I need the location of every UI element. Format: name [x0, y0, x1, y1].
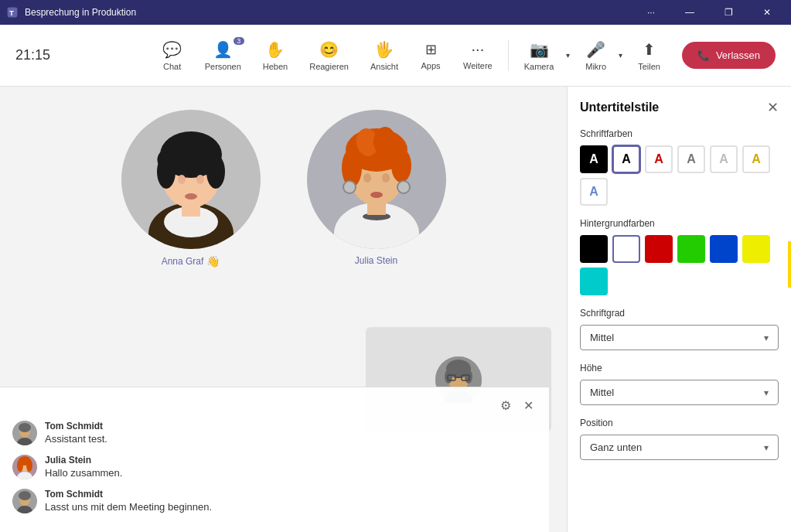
heben-icon: ✋ [265, 40, 285, 59]
chat-text-1: Assistant test. [45, 433, 107, 445]
height-dropdown[interactable]: Mittel ▾ [580, 380, 779, 405]
toolbar-personen-btn[interactable]: 👤 3 Personen [196, 36, 251, 76]
toolbar-kamera-btn[interactable]: 📷 Kamera [515, 36, 564, 76]
accent-line [788, 241, 791, 288]
participant-anna: Anna Graf 👋 [121, 110, 261, 268]
titlebar-minimize-btn[interactable]: — [672, 0, 707, 25]
personen-badge: 3 [234, 37, 244, 45]
bg-color-white[interactable] [612, 235, 640, 263]
bg-colors-swatches [580, 235, 779, 295]
toolbar-kamera-label: Kamera [524, 62, 554, 71]
font-color-yellow[interactable]: A [742, 145, 770, 173]
font-color-white[interactable]: A [612, 145, 640, 173]
toolbar-heben-btn[interactable]: ✋ Heben [254, 36, 297, 76]
chat-overlay: ⚙ ✕ Tom Schmidt Assistant test. [0, 387, 549, 532]
svg-rect-28 [367, 200, 386, 215]
weitere-icon: ··· [472, 40, 485, 58]
chat-avatar-tom1 [12, 421, 37, 445]
chat-message-3: Tom Schmidt Lasst uns mit dem Meeting be… [12, 489, 537, 513]
bg-color-black[interactable] [580, 235, 608, 263]
chat-content-3: Tom Schmidt Lasst uns mit dem Meeting be… [45, 489, 212, 513]
panel-title: Untertitelstile [580, 101, 659, 114]
phone-icon: 📞 [697, 49, 710, 61]
height-value: Mittel [590, 387, 614, 398]
tom-avatar-svg-2 [12, 489, 37, 513]
font-color-gray[interactable]: A [677, 145, 705, 173]
julia-chat-avatar-svg [12, 455, 37, 479]
toolbar-apps-label: Apps [421, 61, 440, 70]
titlebar-maximize-btn[interactable]: ❐ [711, 0, 746, 25]
position-arrow-icon: ▾ [764, 442, 769, 453]
teilen-icon: ⬆ [643, 40, 656, 59]
kamera-group: 📷 Kamera ▾ [515, 36, 574, 76]
toolbar-mikro-btn[interactable]: 🎤 Mikro [576, 36, 615, 76]
svg-point-32 [445, 370, 452, 384]
chat-sender-3: Tom Schmidt [45, 489, 212, 500]
height-label: Höhe [580, 363, 779, 373]
svg-point-24 [397, 181, 410, 193]
font-size-value: Mittel [590, 332, 614, 343]
bg-color-blue[interactable] [710, 235, 738, 263]
toolbar-chat-btn[interactable]: 💬 Chat [152, 36, 193, 76]
bg-color-cyan[interactable] [580, 268, 608, 295]
toolbar-weitere-btn[interactable]: ··· Weitere [454, 36, 502, 75]
chat-text-2: Hallo zusammen. [45, 467, 122, 479]
personen-icon: 👤 [213, 40, 233, 59]
toolbar-ansicht-btn[interactable]: 🖐 Ansicht [361, 36, 407, 76]
toolbar-teilen-btn[interactable]: ⬆ Teilen [629, 36, 670, 76]
teams-logo-icon: T [6, 6, 19, 19]
toolbar-reagieren-btn[interactable]: 😊 Reagieren [300, 36, 358, 76]
font-color-red[interactable]: A [645, 145, 673, 173]
bg-color-green[interactable] [677, 235, 705, 263]
chat-close-btn[interactable]: ✕ [520, 397, 537, 414]
bg-color-red[interactable] [645, 235, 673, 263]
wave-icon: 👋 [206, 255, 220, 268]
reagieren-icon: 😊 [319, 40, 339, 59]
panel-close-btn[interactable]: ✕ [767, 99, 779, 116]
svg-point-33 [465, 370, 472, 384]
svg-point-12 [185, 193, 197, 200]
titlebar-more-btn[interactable]: ··· [633, 0, 669, 25]
mikro-caret-icon[interactable]: ▾ [615, 48, 626, 63]
position-label: Position [580, 418, 779, 428]
toolbar-weitere-label: Weitere [463, 61, 493, 70]
chat-content-1: Tom Schmidt Assistant test. [45, 421, 107, 445]
ansicht-icon: 🖐 [374, 40, 394, 59]
chat-content-2: Julia Stein Hallo zusammen. [45, 455, 122, 479]
bg-colors-label: Hintergrundfarben [580, 218, 779, 229]
toolbar-time: 21:15 [15, 47, 50, 63]
font-color-blue[interactable]: A [580, 178, 608, 206]
mikro-group: 🎤 Mikro ▾ [576, 36, 626, 76]
height-arrow-icon: ▾ [764, 387, 769, 398]
toolbar-teilen-label: Teilen [638, 62, 660, 71]
position-dropdown[interactable]: Ganz unten ▾ [580, 435, 779, 460]
leave-label: Verlassen [716, 49, 760, 61]
chat-header: ⚙ ✕ [12, 397, 537, 414]
kamera-icon: 📷 [530, 40, 549, 59]
julia-avatar [307, 110, 446, 249]
font-color-lightgray[interactable]: A [710, 145, 738, 173]
bg-color-yellow[interactable] [742, 235, 770, 263]
svg-text:T: T [9, 9, 14, 17]
titlebar-title: Besprechung in Produktion [25, 7, 136, 18]
svg-rect-13 [182, 201, 200, 217]
leave-button[interactable]: 📞 Verlassen [682, 42, 776, 69]
chat-message-1: Tom Schmidt Assistant test. [12, 421, 537, 445]
font-color-black[interactable]: A [580, 145, 608, 173]
font-size-dropdown[interactable]: Mittel ▾ [580, 325, 779, 350]
panel-header: Untertitelstile ✕ [580, 99, 779, 116]
toolbar-apps-btn[interactable]: ⊞ Apps [411, 36, 451, 75]
svg-point-45 [17, 459, 23, 472]
chat-settings-btn[interactable]: ⚙ [497, 397, 514, 414]
chat-icon: 💬 [162, 40, 182, 59]
svg-point-8 [206, 155, 225, 189]
svg-point-26 [382, 173, 390, 182]
font-size-arrow-icon: ▾ [764, 332, 769, 343]
font-size-label: Schriftgrad [580, 308, 779, 319]
kamera-caret-icon[interactable]: ▾ [563, 48, 573, 63]
main-area: Anna Graf 👋 [0, 87, 791, 532]
anna-avatar [121, 110, 261, 249]
titlebar-close-btn[interactable]: ✕ [749, 0, 785, 25]
svg-point-40 [19, 423, 31, 432]
anna-avatar-svg [121, 110, 261, 249]
